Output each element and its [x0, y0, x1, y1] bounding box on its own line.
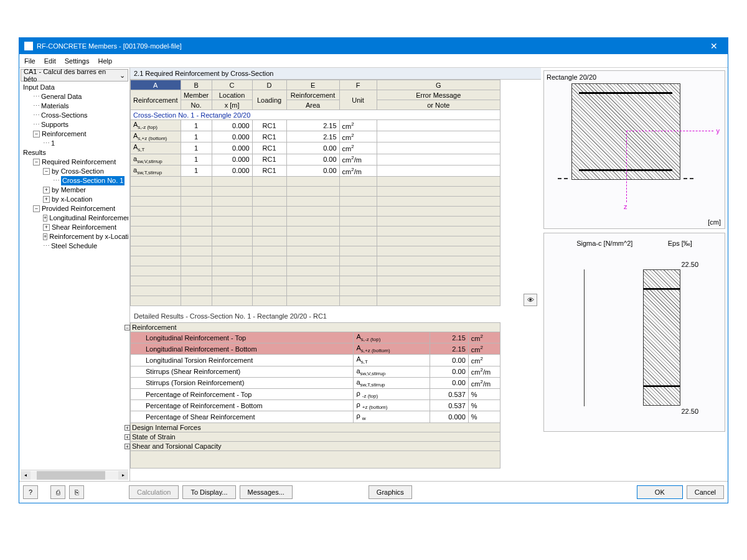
- table-row-empty: [131, 286, 500, 296]
- tree-reinf-by-x[interactable]: +Reinforcement by x-Location: [21, 232, 128, 241]
- axis-y-line: [626, 131, 713, 131]
- table-row[interactable]: asw,T,stirrup10.000RC10.00cm2/m: [131, 165, 500, 176]
- help-button[interactable]: ?: [23, 485, 38, 499]
- tree-long-reinf[interactable]: +Longitudinal Reinforcement: [21, 213, 128, 223]
- details-row[interactable]: Stirrups (Shear Reinforcement)asw,V,stir…: [131, 366, 500, 377]
- details-title: Detailed Results - Cross-Section No. 1 -…: [130, 310, 541, 322]
- table-row-empty: [131, 256, 500, 266]
- rebar-bot: [579, 169, 672, 171]
- tree-reinf-1[interactable]: ⋯1: [21, 139, 128, 148]
- table-row[interactable]: As,-z (top)10.000RC12.15cm2: [131, 120, 500, 131]
- expand-icon[interactable]: +: [125, 425, 130, 431]
- details-row[interactable]: Percentage of Reinforcement - Topρ -z (t…: [131, 388, 500, 399]
- tree-req-reinf[interactable]: −Required Reinforcement: [21, 157, 128, 167]
- section-diagram[interactable]: Rectangle 20/20 y z [cm]: [543, 70, 725, 229]
- section-unit: [cm]: [708, 218, 721, 226]
- export-button[interactable]: ⎙: [50, 485, 65, 499]
- details-row[interactable]: Stirrups (Torsion Reinforcement)asw,T,st…: [131, 377, 500, 388]
- import-button[interactable]: ⎘: [69, 485, 84, 499]
- visibility-button[interactable]: 👁: [524, 294, 537, 306]
- col-G[interactable]: G: [377, 80, 500, 90]
- sigma-axis: [584, 269, 585, 406]
- details-group[interactable]: +State of Strain: [131, 432, 500, 441]
- hdr-unit: Unit: [339, 90, 377, 110]
- details-grp-reinf[interactable]: −Reinforcement: [131, 323, 500, 332]
- col-A[interactable]: A: [131, 80, 181, 90]
- collapse-icon[interactable]: −: [125, 325, 130, 330]
- title-bar[interactable]: RF-CONCRETE Members - [001709-model-file…: [19, 38, 728, 54]
- menu-bar: File Edit Settings Help: [19, 54, 728, 68]
- nav-tree[interactable]: Input Data ⋯General Data ⋯Materials ⋯Cro…: [21, 82, 128, 252]
- chevron-down-icon: ⌄: [120, 72, 125, 80]
- menu-file[interactable]: File: [24, 57, 35, 65]
- tree-cross-sections[interactable]: ⋯Cross-Sections: [21, 111, 128, 120]
- tree-reinforcement[interactable]: −Reinforcement: [21, 129, 128, 139]
- tree-steel-sched[interactable]: ⋯Steel Schedule: [21, 241, 128, 251]
- axis-z: z: [624, 203, 627, 210]
- results-grid-wrap: A B C D E F G Reinforcement Member Locat…: [130, 80, 541, 310]
- calculation-button[interactable]: Calculation: [129, 485, 179, 499]
- tree-general[interactable]: ⋯General Data: [21, 92, 128, 101]
- table-row-empty: [131, 246, 500, 256]
- stress-diagram[interactable]: Sigma-c [N/mm^2]Eps [‰] 22.50 22.50: [543, 233, 725, 432]
- details-row[interactable]: Longitudinal Reinforcement - BottomAs,+z…: [131, 343, 500, 355]
- table-row[interactable]: As,T10.000RC10.00cm2: [131, 142, 500, 154]
- details-row[interactable]: Percentage of Shear Reinforcementρ w0.00…: [131, 411, 500, 422]
- table-row-empty: [131, 216, 500, 226]
- details-row[interactable]: Longitudinal Reinforcement - TopAs,-z (t…: [131, 332, 500, 343]
- tree-xs-1[interactable]: ⋯Cross-Section No. 1: [21, 176, 128, 185]
- hdr-loc: Location: [212, 90, 252, 100]
- hdr-member: Member: [181, 90, 212, 100]
- hdr-err: Error Message: [377, 90, 500, 100]
- tree-by-member[interactable]: +by Member: [21, 185, 128, 195]
- tree-prov-reinf[interactable]: −Provided Reinforcement: [21, 204, 128, 213]
- table-row-empty: [131, 176, 500, 186]
- axis-y: y: [716, 127, 720, 134]
- ok-button[interactable]: OK: [637, 485, 683, 499]
- menu-settings[interactable]: Settings: [65, 57, 90, 65]
- hdr-rarea: Reinforcement: [286, 90, 339, 100]
- tree-input-data[interactable]: Input Data: [21, 83, 128, 92]
- help-icon: ?: [29, 488, 32, 496]
- tree-materials[interactable]: ⋯Materials: [21, 101, 128, 111]
- menu-help[interactable]: Help: [98, 57, 112, 65]
- tree-hscroll[interactable]: ◂▸: [21, 470, 128, 480]
- expand-icon[interactable]: +: [125, 444, 130, 449]
- col-E[interactable]: E: [286, 80, 339, 90]
- col-F[interactable]: F: [339, 80, 377, 90]
- details-group[interactable]: +Design Internal Forces: [131, 422, 500, 432]
- case-dropdown[interactable]: CA1 - Calcul des barres en béto ⌄: [21, 69, 128, 82]
- results-grid[interactable]: A B C D E F G Reinforcement Member Locat…: [130, 80, 500, 306]
- col-C[interactable]: C: [212, 80, 252, 90]
- menu-edit[interactable]: Edit: [44, 57, 56, 65]
- details-row[interactable]: Percentage of Reinforcement - Bottomρ +z…: [131, 400, 500, 411]
- details-group[interactable]: +Shear and Torsional Capacity: [131, 441, 500, 450]
- col-D[interactable]: D: [252, 80, 286, 90]
- tree-by-xloc[interactable]: +by x-Location: [21, 195, 128, 204]
- tree-by-xs[interactable]: −by Cross-Section: [21, 167, 128, 176]
- details-grid[interactable]: −Reinforcement Longitudinal Reinforcemen…: [130, 322, 500, 469]
- expand-icon[interactable]: +: [125, 434, 130, 440]
- navigation-panel: CA1 - Calcul des barres en béto ⌄ Input …: [19, 68, 130, 481]
- export-icon: ⎙: [56, 488, 60, 496]
- table-row[interactable]: asw,V,stirrup10.000RC10.00cm2/m: [131, 154, 500, 165]
- col-B[interactable]: B: [181, 80, 212, 90]
- messages-button[interactable]: Messages...: [240, 485, 293, 499]
- tree-supports[interactable]: ⋯Supports: [21, 120, 128, 129]
- section-title: Rectangle 20/20: [547, 73, 722, 81]
- table-row[interactable]: As,+z (bottom)10.000RC12.15cm2: [131, 131, 500, 142]
- details-row[interactable]: Longitudinal Torsion ReinforcementAs,T0.…: [131, 355, 500, 366]
- cancel-button[interactable]: Cancel: [687, 485, 724, 499]
- hdr-area: Area: [286, 100, 339, 110]
- section-row[interactable]: Cross-Section No. 1 - Rectangle 20/20: [131, 110, 500, 120]
- hdr-note: or Note: [377, 100, 500, 110]
- import-icon: ⎘: [75, 488, 79, 496]
- graphics-button[interactable]: Graphics: [369, 485, 412, 499]
- table-row-empty: [131, 196, 500, 206]
- window-title: RF-CONCRETE Members - [001709-model-file…: [37, 42, 182, 50]
- graphics-panel: Rectangle 20/20 y z [cm] Sigma-c [N/mm^2…: [541, 68, 728, 481]
- tree-shear-reinf[interactable]: +Shear Reinforcement: [21, 223, 128, 232]
- close-button[interactable]: ✕: [700, 38, 728, 54]
- tree-results[interactable]: Results: [21, 148, 128, 157]
- to-display-button[interactable]: To Display...: [182, 485, 235, 499]
